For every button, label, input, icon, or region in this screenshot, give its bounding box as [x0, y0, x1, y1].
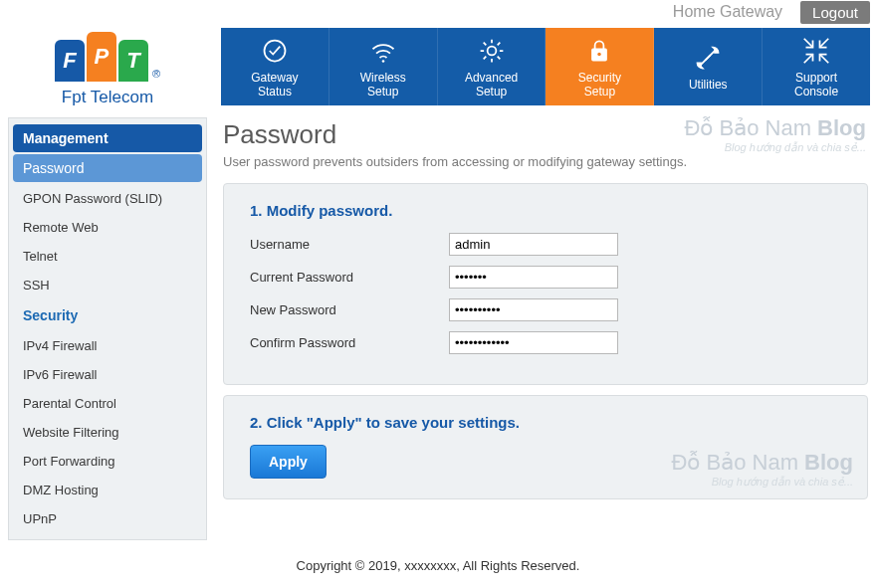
page-title: Password — [223, 119, 868, 150]
page-description: User password prevents outsiders from ac… — [223, 154, 868, 169]
section-1-heading: 1. Modify password. — [250, 202, 841, 219]
logo-letter-p: P — [87, 32, 116, 82]
compress-icon — [800, 35, 832, 67]
confirm-password-label: Confirm Password — [250, 335, 449, 350]
nav-gateway-status[interactable]: GatewayStatus — [221, 28, 329, 105]
watermark: Đỗ Bảo Nam Blog Blog hướng dẫn và chia s… — [672, 450, 853, 489]
gear-icon — [476, 35, 508, 67]
new-password-label: New Password — [250, 302, 449, 317]
nav-label: GatewayStatus — [251, 71, 298, 98]
confirm-password-input[interactable] — [449, 331, 618, 354]
sidebar-item-remote-web[interactable]: Remote Web — [13, 213, 202, 242]
wifi-icon — [367, 35, 399, 67]
nav-label: Utilities — [689, 78, 728, 92]
top-bar: Home Gateway Logout — [0, 0, 876, 24]
home-gateway-label[interactable]: Home Gateway — [665, 0, 790, 24]
svg-point-4 — [598, 53, 602, 57]
current-password-input[interactable] — [449, 266, 618, 289]
svg-point-2 — [487, 47, 496, 56]
sidebar-item-gpon-password-slid-[interactable]: GPON Password (SLID) — [13, 184, 202, 213]
nav-utilities[interactable]: Utilities — [654, 28, 763, 105]
nav-label: WirelessSetup — [360, 71, 406, 98]
sidebar-item-website-filtering[interactable]: Website Filtering — [13, 418, 202, 447]
nav-label: SecuritySetup — [578, 71, 621, 98]
sidebar-group-management[interactable]: Management — [13, 124, 202, 152]
nav-support-console[interactable]: SupportConsole — [763, 28, 870, 105]
nav-wireless-setup[interactable]: WirelessSetup — [329, 28, 438, 105]
new-password-input[interactable] — [449, 298, 618, 321]
footer: Copyright © 2019, xxxxxxxx, All Rights R… — [0, 540, 876, 573]
logo-letter-t: T — [118, 40, 148, 82]
section-2-heading: 2. Click "Apply" to save your settings. — [250, 414, 841, 431]
brand-logo: F P T ® Fpt Telecom — [8, 28, 207, 107]
apply-card: 2. Click "Apply" to save your settings. … — [223, 395, 868, 499]
modify-password-card: 1. Modify password. Username Current Pas… — [223, 183, 868, 385]
sidebar-item-ssh[interactable]: SSH — [13, 271, 202, 299]
lock-icon — [583, 35, 615, 67]
nav-label: AdvancedSetup — [465, 71, 518, 98]
current-password-label: Current Password — [250, 270, 449, 285]
check-circle-icon — [259, 35, 291, 67]
sidebar-item-ipv4-firewall[interactable]: IPv4 Firewall — [13, 331, 202, 360]
sidebar-item-parental-control[interactable]: Parental Control — [13, 389, 202, 418]
sidebar-group-security[interactable]: Security — [13, 301, 202, 329]
sidebar-item-telnet[interactable]: Telnet — [13, 242, 202, 271]
svg-point-1 — [381, 60, 384, 63]
top-nav: GatewayStatusWirelessSetupAdvancedSetupS… — [221, 28, 870, 105]
username-input[interactable] — [449, 233, 618, 256]
username-label: Username — [250, 237, 449, 252]
sidebar-item-password[interactable]: Password — [13, 154, 202, 182]
svg-point-0 — [264, 41, 285, 62]
brand-name: Fpt Telecom — [62, 88, 153, 107]
sidebar-item-dmz-hosting[interactable]: DMZ Hosting — [13, 476, 202, 504]
nav-advanced-setup[interactable]: AdvancedSetup — [438, 28, 547, 105]
apply-button[interactable]: Apply — [250, 445, 327, 479]
tools-icon — [692, 42, 724, 74]
sidebar-item-ipv6-firewall[interactable]: IPv6 Firewall — [13, 360, 202, 389]
registered-mark: ® — [152, 68, 160, 80]
nav-security-setup[interactable]: SecuritySetup — [546, 28, 654, 105]
nav-label: SupportConsole — [794, 71, 838, 98]
logout-button[interactable]: Logout — [800, 1, 870, 24]
logo-letter-f: F — [55, 40, 85, 82]
sidebar-item-port-forwarding[interactable]: Port Forwarding — [13, 447, 202, 476]
main-content: Đỗ Bảo Nam Blog Blog hướng dẫn và chia s… — [221, 117, 870, 540]
sidebar-item-upnp[interactable]: UPnP — [13, 504, 202, 533]
sidebar: ManagementPasswordGPON Password (SLID)Re… — [8, 117, 207, 540]
